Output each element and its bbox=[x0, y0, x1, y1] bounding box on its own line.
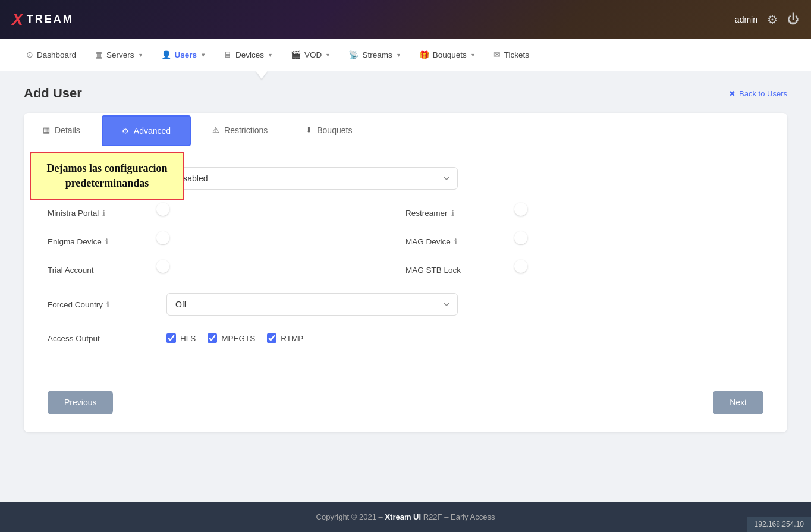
forced-connection-select[interactable]: Disabled Enabled bbox=[166, 167, 458, 190]
enigma-device-toggle-container bbox=[155, 236, 406, 247]
bouquets-chevron-icon: ▾ bbox=[471, 52, 474, 58]
restrictions-tab-label: Restrictions bbox=[224, 125, 268, 135]
rtmp-checkbox[interactable] bbox=[267, 333, 276, 343]
nav-label-devices: Devices bbox=[235, 51, 264, 59]
nav-item-streams[interactable]: 📡 Streams ▾ bbox=[340, 45, 408, 64]
forced-country-label-text: Forced Country bbox=[48, 300, 103, 309]
forced-country-info-icon[interactable]: ℹ bbox=[106, 300, 109, 309]
nav-label-servers: Servers bbox=[106, 51, 134, 59]
mag-device-group: MAG Device ℹ bbox=[406, 236, 763, 247]
navbar: ⊙ Dashboard ▦ Servers ▾ 👤 Users ▾ 🖥 Devi… bbox=[0, 39, 811, 71]
form-actions: Previous Next bbox=[24, 379, 787, 432]
ministra-group: Ministra Portal ℹ bbox=[48, 207, 406, 218]
trial-magstb-row: Trial Account MAG STB Lock bbox=[48, 265, 763, 275]
nav-item-bouquets[interactable]: 🎁 Bouquets ▾ bbox=[411, 45, 483, 64]
restreamer-label-text: Restreamer bbox=[406, 209, 448, 218]
mag-stb-lock-label: MAG STB Lock bbox=[406, 266, 513, 275]
nav-label-tickets: Tickets bbox=[504, 51, 529, 59]
topbar-right: admin ⚙ ⏻ bbox=[735, 12, 799, 27]
devices-icon: 🖥 bbox=[224, 50, 232, 59]
bouquets-tab-label: Bouquets bbox=[317, 125, 352, 135]
admin-username: admin bbox=[735, 15, 757, 24]
restreamer-info-icon[interactable]: ℹ bbox=[451, 209, 454, 218]
servers-icon: ▦ bbox=[95, 50, 103, 59]
details-tab-label: Details bbox=[55, 125, 80, 135]
hls-label: HLS bbox=[180, 334, 196, 343]
topbar: X TREAM admin ⚙ ⏻ bbox=[0, 0, 811, 39]
users-chevron-icon: ▾ bbox=[202, 52, 205, 58]
nav-item-vod[interactable]: 🎬 VOD ▾ bbox=[282, 45, 338, 64]
mag-device-toggle-container bbox=[513, 236, 763, 247]
logo-text: TREAM bbox=[27, 13, 74, 26]
hls-checkbox-item[interactable]: HLS bbox=[166, 333, 196, 343]
tab-bouquets[interactable]: ⬇ Bouquets bbox=[287, 113, 371, 149]
access-output-label-text: Access Output bbox=[48, 334, 100, 343]
mag-stb-group: MAG STB Lock bbox=[406, 265, 763, 275]
power-button[interactable]: ⏻ bbox=[787, 12, 799, 26]
forced-country-label: Forced Country ℹ bbox=[48, 300, 155, 309]
mpegts-label: MPEGTS bbox=[221, 334, 255, 343]
footer-copyright: Copyright © 2021 – bbox=[316, 512, 383, 521]
forced-country-select[interactable]: Off bbox=[166, 293, 458, 316]
mag-stb-lock-label-text: MAG STB Lock bbox=[406, 266, 461, 275]
trial-account-label: Trial Account bbox=[48, 266, 155, 275]
hls-checkbox[interactable] bbox=[166, 333, 176, 343]
restreamer-label: Restreamer ℹ bbox=[406, 209, 513, 218]
mag-device-info-icon[interactable]: ℹ bbox=[454, 237, 457, 246]
ministra-portal-label: Ministra Portal ℹ bbox=[48, 209, 155, 218]
ministra-portal-info-icon[interactable]: ℹ bbox=[102, 209, 105, 218]
access-output-row: Access Output HLS MPEGTS bbox=[48, 333, 763, 343]
restrictions-tab-icon: ⚠ bbox=[212, 125, 219, 134]
vod-chevron-icon: ▾ bbox=[326, 52, 329, 58]
ministra-portal-label-text: Ministra Portal bbox=[48, 209, 99, 218]
enigma-device-label: Enigma Device ℹ bbox=[48, 237, 155, 246]
dashboard-icon: ⊙ bbox=[26, 50, 33, 59]
mag-stb-lock-toggle-container bbox=[513, 265, 763, 275]
restreamer-toggle-container bbox=[513, 207, 763, 218]
nav-item-tickets[interactable]: ✉ Tickets bbox=[485, 45, 537, 64]
footer: Copyright © 2021 – Xtream UI R22F – Earl… bbox=[0, 502, 811, 532]
rtmp-label: RTMP bbox=[281, 334, 303, 343]
enigma-group: Enigma Device ℹ bbox=[48, 236, 406, 247]
rtmp-checkbox-item[interactable]: RTMP bbox=[267, 333, 303, 343]
logo-x-letter: X bbox=[12, 10, 23, 29]
tabs-container: ▦ Details ⚙ Advanced ⚠ Restrictions ⬇ Bo… bbox=[24, 113, 787, 149]
streams-icon: 📡 bbox=[348, 50, 359, 59]
servers-chevron-icon: ▾ bbox=[139, 52, 142, 58]
back-icon: ✖ bbox=[729, 89, 735, 98]
tab-details[interactable]: ▦ Details bbox=[24, 113, 99, 149]
users-icon: 👤 bbox=[161, 50, 171, 59]
forced-connection-field: Disabled Enabled bbox=[166, 167, 763, 190]
nav-item-servers[interactable]: ▦ Servers ▾ bbox=[87, 45, 150, 64]
advanced-tab-icon: ⚙ bbox=[122, 127, 129, 136]
nav-item-devices[interactable]: 🖥 Devices ▾ bbox=[215, 45, 280, 64]
restreamer-group: Restreamer ℹ bbox=[406, 207, 763, 218]
trial-group: Trial Account bbox=[48, 265, 406, 275]
nav-label-bouquets: Bouquets bbox=[433, 51, 467, 59]
footer-version-text: R22F – Early Access bbox=[423, 512, 495, 521]
nav-item-dashboard[interactable]: ⊙ Dashboard bbox=[18, 45, 84, 64]
next-button[interactable]: Next bbox=[713, 391, 763, 414]
mag-device-label-text: MAG Device bbox=[406, 237, 451, 246]
mpegts-checkbox[interactable] bbox=[208, 333, 217, 343]
checkbox-group: HLS MPEGTS RTMP bbox=[166, 333, 763, 343]
mpegts-checkbox-item[interactable]: MPEGTS bbox=[208, 333, 255, 343]
nav-item-users[interactable]: 👤 Users ▾ bbox=[153, 45, 213, 64]
previous-button[interactable]: Previous bbox=[48, 391, 113, 414]
enigma-device-label-text: Enigma Device bbox=[48, 237, 102, 246]
enigma-device-info-icon[interactable]: ℹ bbox=[105, 237, 108, 246]
tab-restrictions[interactable]: ⚠ Restrictions bbox=[193, 113, 287, 149]
logo: X TREAM bbox=[12, 10, 74, 29]
annotation-text: Dejamos las configuracion predeterminand… bbox=[47, 162, 168, 189]
mag-device-label: MAG Device ℹ bbox=[406, 237, 513, 246]
details-tab-icon: ▦ bbox=[43, 125, 50, 134]
annotation-box: Dejamos las configuracion predeterminand… bbox=[30, 152, 184, 200]
bouquets-tab-icon: ⬇ bbox=[306, 125, 312, 134]
back-to-users-link[interactable]: ✖ Back to Users bbox=[729, 89, 787, 98]
settings-button[interactable]: ⚙ bbox=[767, 12, 778, 27]
tab-advanced[interactable]: ⚙ Advanced bbox=[102, 115, 191, 146]
trial-account-toggle-container bbox=[155, 265, 406, 275]
ip-address-badge: 192.168.254.10 bbox=[747, 517, 811, 532]
nav-label-vod: VOD bbox=[304, 51, 322, 59]
advanced-tab-label: Advanced bbox=[134, 126, 171, 136]
